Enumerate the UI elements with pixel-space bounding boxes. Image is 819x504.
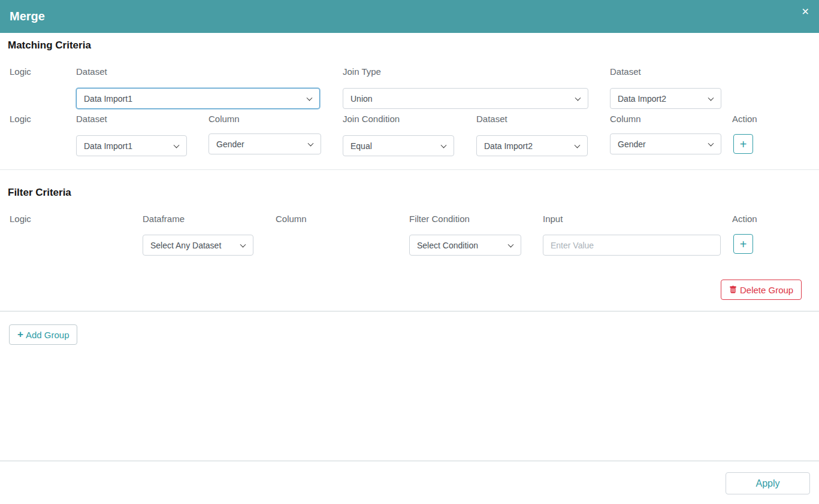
join-condition-value: Equal [350,141,372,151]
logic-label: Logic [10,66,31,77]
dataset2-label: Dataset [610,66,641,77]
condition-column-select[interactable]: Gender [208,133,321,154]
join-type-select[interactable]: Union [343,88,588,109]
chevron-down-icon [307,95,313,101]
group-divider [0,311,819,312]
plus-icon: + [740,238,747,250]
chevron-down-icon [508,241,514,247]
filter-logic-label: Logic [10,214,31,224]
chevron-down-icon [708,95,714,101]
add-condition-button[interactable]: + [733,134,753,154]
join-condition-label: Join Condition [343,114,400,124]
delete-group-button[interactable]: Delete Group [721,280,802,300]
apply-button[interactable]: Apply [726,472,810,494]
filter-input-label: Input [543,214,563,224]
column2-label: Column [610,114,641,124]
plus-icon: + [740,138,747,150]
dataset2-label: Dataset [476,114,507,124]
dataframe-select[interactable]: Select Any Dataset [143,235,253,256]
condition-dataset2-value: Data Import2 [484,141,533,151]
filter-action-label: Action [732,214,757,224]
chevron-down-icon [708,140,714,146]
chevron-down-icon [240,241,246,247]
add-group-button[interactable]: + Add Group [9,324,77,345]
dataset2-select-value: Data Import2 [618,94,666,104]
add-group-label: Add Group [26,330,69,340]
action-label: Action [732,114,757,124]
dataframe-label: Dataframe [143,214,185,224]
trash-icon [729,286,737,294]
filter-column-label: Column [276,214,307,224]
condition-column2-value: Gender [618,139,646,149]
filter-condition-select[interactable]: Select Condition [409,235,521,256]
apply-label: Apply [755,478,779,489]
condition-dataset-value: Data Import1 [84,141,132,151]
chevron-down-icon [308,140,314,146]
join-type-select-value: Union [350,94,373,104]
condition-dataset2-select[interactable]: Data Import2 [476,135,588,156]
merge-dialog: Merge ✕ Matching Criteria Logic Dataset … [0,0,819,504]
add-filter-button[interactable]: + [733,234,753,254]
plus-icon: + [17,329,23,341]
column-label: Column [208,114,240,124]
chevron-down-icon [174,142,180,148]
dialog-header: Merge ✕ [0,0,819,33]
dataset-label: Dataset [76,66,107,77]
filter-condition-value: Select Condition [417,241,478,250]
dataset-label: Dataset [76,114,107,124]
chevron-down-icon [575,95,581,101]
chevron-down-icon [441,142,447,148]
join-type-label: Join Type [343,66,381,77]
dataframe-select-value: Select Any Dataset [150,241,221,250]
dataset2-select[interactable]: Data Import2 [610,88,721,109]
close-icon[interactable]: ✕ [802,7,809,17]
chevron-down-icon [575,142,581,148]
filter-condition-label: Filter Condition [409,214,470,224]
join-condition-select[interactable]: Equal [343,135,454,156]
section-divider [0,169,819,170]
condition-dataset-select[interactable]: Data Import1 [76,135,187,156]
dialog-title: Merge [10,10,45,23]
filter-criteria-heading: Filter Criteria [8,187,71,199]
matching-criteria-heading: Matching Criteria [8,40,91,51]
delete-group-label: Delete Group [740,285,793,295]
logic-label: Logic [10,114,31,124]
condition-column2-select[interactable]: Gender [610,133,721,154]
condition-column-value: Gender [216,139,244,149]
footer-divider [0,460,819,462]
filter-value-input[interactable] [543,235,721,256]
dataset-select-value: Data Import1 [84,94,132,104]
dataset-select[interactable]: Data Import1 [76,88,320,109]
